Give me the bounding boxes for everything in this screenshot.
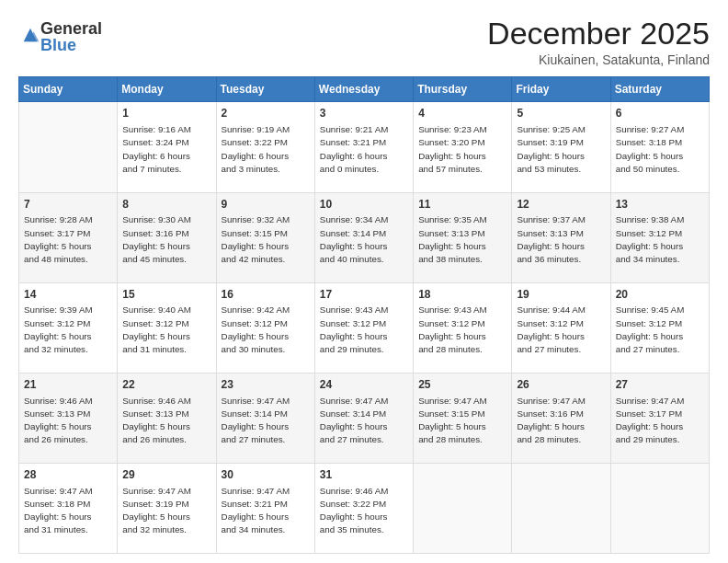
table-row: 7Sunrise: 9:28 AMSunset: 3:17 PMDaylight…	[19, 192, 118, 282]
day-number: 9	[222, 197, 310, 213]
day-info: Sunrise: 9:47 AMSunset: 3:19 PMDaylight:…	[122, 485, 210, 537]
table-row: 23Sunrise: 9:47 AMSunset: 3:14 PMDayligh…	[216, 373, 314, 463]
day-info: Sunrise: 9:47 AMSunset: 3:14 PMDaylight:…	[320, 395, 408, 447]
day-info: Sunrise: 9:25 AMSunset: 3:19 PMDaylight:…	[517, 123, 605, 176]
table-row: 16Sunrise: 9:42 AMSunset: 3:12 PMDayligh…	[216, 282, 314, 373]
day-number: 3	[320, 106, 408, 121]
day-number: 19	[517, 287, 605, 303]
day-info: Sunrise: 9:34 AMSunset: 3:14 PMDaylight:…	[320, 213, 408, 266]
table-row: 22Sunrise: 9:46 AMSunset: 3:13 PMDayligh…	[118, 373, 216, 463]
table-row: 18Sunrise: 9:43 AMSunset: 3:12 PMDayligh…	[414, 282, 512, 373]
day-info: Sunrise: 9:46 AMSunset: 3:13 PMDaylight:…	[122, 395, 210, 447]
table-row: 6Sunrise: 9:27 AMSunset: 3:18 PMDaylight…	[610, 102, 709, 192]
table-row	[414, 463, 512, 553]
day-number: 25	[418, 377, 506, 393]
logo-general-text: General	[40, 20, 102, 37]
table-row: 28Sunrise: 9:47 AMSunset: 3:18 PMDayligh…	[19, 463, 118, 553]
logo: General Blue	[18, 20, 102, 53]
day-info: Sunrise: 9:46 AMSunset: 3:22 PMDaylight:…	[320, 485, 408, 537]
calendar-header-row: Sunday Monday Tuesday Wednesday Thursday…	[19, 77, 710, 102]
table-row: 25Sunrise: 9:47 AMSunset: 3:15 PMDayligh…	[414, 373, 512, 463]
day-number: 4	[418, 106, 506, 121]
table-row: 4Sunrise: 9:23 AMSunset: 3:20 PMDaylight…	[414, 102, 512, 192]
header-thursday: Thursday	[414, 77, 512, 102]
day-info: Sunrise: 9:47 AMSunset: 3:15 PMDaylight:…	[418, 395, 506, 447]
day-number: 22	[122, 377, 210, 393]
day-info: Sunrise: 9:40 AMSunset: 3:12 PMDaylight:…	[122, 304, 210, 356]
table-row: 21Sunrise: 9:46 AMSunset: 3:13 PMDayligh…	[19, 373, 118, 463]
table-row: 19Sunrise: 9:44 AMSunset: 3:12 PMDayligh…	[512, 282, 610, 373]
day-info: Sunrise: 9:39 AMSunset: 3:12 PMDaylight:…	[24, 304, 112, 356]
day-number: 31	[320, 467, 408, 483]
day-number: 18	[418, 287, 506, 303]
table-row: 17Sunrise: 9:43 AMSunset: 3:12 PMDayligh…	[314, 282, 413, 373]
day-number: 17	[320, 287, 408, 303]
table-row	[19, 102, 118, 192]
calendar-week-row: 7Sunrise: 9:28 AMSunset: 3:17 PMDaylight…	[19, 192, 710, 282]
location: Kiukainen, Satakunta, Finland	[487, 52, 710, 67]
day-info: Sunrise: 9:32 AMSunset: 3:15 PMDaylight:…	[222, 213, 310, 266]
day-number: 24	[320, 377, 408, 393]
day-number: 13	[616, 197, 704, 213]
day-number: 16	[222, 287, 310, 303]
table-row	[512, 463, 610, 553]
table-row: 8Sunrise: 9:30 AMSunset: 3:16 PMDaylight…	[118, 192, 216, 282]
day-number: 10	[320, 197, 408, 213]
table-row	[610, 463, 709, 553]
logo-blue-text: Blue	[40, 37, 102, 53]
day-number: 8	[122, 197, 210, 213]
month-title: December 2025	[487, 17, 710, 51]
table-row: 12Sunrise: 9:37 AMSunset: 3:13 PMDayligh…	[512, 192, 610, 282]
header-wednesday: Wednesday	[314, 77, 413, 102]
day-info: Sunrise: 9:42 AMSunset: 3:12 PMDaylight:…	[222, 304, 310, 356]
day-number: 23	[222, 377, 310, 393]
day-number: 12	[517, 197, 605, 213]
table-row: 30Sunrise: 9:47 AMSunset: 3:21 PMDayligh…	[216, 463, 314, 553]
day-number: 20	[616, 287, 704, 303]
day-number: 30	[222, 467, 310, 483]
table-row: 26Sunrise: 9:47 AMSunset: 3:16 PMDayligh…	[512, 373, 610, 463]
table-row: 29Sunrise: 9:47 AMSunset: 3:19 PMDayligh…	[118, 463, 216, 553]
day-number: 28	[24, 467, 112, 483]
header-monday: Monday	[118, 77, 216, 102]
day-info: Sunrise: 9:30 AMSunset: 3:16 PMDaylight:…	[122, 213, 210, 266]
header-saturday: Saturday	[610, 77, 709, 102]
day-info: Sunrise: 9:38 AMSunset: 3:12 PMDaylight:…	[616, 213, 704, 266]
day-info: Sunrise: 9:47 AMSunset: 3:16 PMDaylight:…	[517, 395, 605, 447]
day-info: Sunrise: 9:23 AMSunset: 3:20 PMDaylight:…	[418, 123, 506, 176]
day-info: Sunrise: 9:21 AMSunset: 3:21 PMDaylight:…	[320, 123, 408, 176]
day-number: 5	[517, 106, 605, 121]
table-row: 9Sunrise: 9:32 AMSunset: 3:15 PMDaylight…	[216, 192, 314, 282]
table-row: 13Sunrise: 9:38 AMSunset: 3:12 PMDayligh…	[610, 192, 709, 282]
logo-text: General Blue	[40, 20, 102, 53]
day-info: Sunrise: 9:47 AMSunset: 3:14 PMDaylight:…	[222, 395, 310, 447]
table-row: 5Sunrise: 9:25 AMSunset: 3:19 PMDaylight…	[512, 102, 610, 192]
day-number: 2	[222, 106, 310, 121]
table-row: 3Sunrise: 9:21 AMSunset: 3:21 PMDaylight…	[314, 102, 413, 192]
day-info: Sunrise: 9:47 AMSunset: 3:17 PMDaylight:…	[616, 395, 704, 447]
day-number: 11	[418, 197, 506, 213]
day-number: 29	[122, 467, 210, 483]
table-row: 1Sunrise: 9:16 AMSunset: 3:24 PMDaylight…	[118, 102, 216, 192]
table-row: 2Sunrise: 9:19 AMSunset: 3:22 PMDaylight…	[216, 102, 314, 192]
calendar-week-row: 28Sunrise: 9:47 AMSunset: 3:18 PMDayligh…	[19, 463, 710, 553]
table-row: 24Sunrise: 9:47 AMSunset: 3:14 PMDayligh…	[314, 373, 413, 463]
day-number: 15	[122, 287, 210, 303]
table-row: 27Sunrise: 9:47 AMSunset: 3:17 PMDayligh…	[610, 373, 709, 463]
day-info: Sunrise: 9:47 AMSunset: 3:18 PMDaylight:…	[24, 485, 112, 537]
page: General Blue December 2025 Kiukainen, Sa…	[0, 0, 728, 563]
calendar-week-row: 14Sunrise: 9:39 AMSunset: 3:12 PMDayligh…	[19, 282, 710, 373]
day-info: Sunrise: 9:35 AMSunset: 3:13 PMDaylight:…	[418, 213, 506, 266]
header: General Blue December 2025 Kiukainen, Sa…	[18, 17, 710, 67]
header-sunday: Sunday	[19, 77, 118, 102]
title-section: December 2025 Kiukainen, Satakunta, Finl…	[487, 17, 710, 67]
day-info: Sunrise: 9:43 AMSunset: 3:12 PMDaylight:…	[418, 304, 506, 356]
table-row: 11Sunrise: 9:35 AMSunset: 3:13 PMDayligh…	[414, 192, 512, 282]
logo-icon	[20, 25, 40, 45]
table-row: 14Sunrise: 9:39 AMSunset: 3:12 PMDayligh…	[19, 282, 118, 373]
table-row: 31Sunrise: 9:46 AMSunset: 3:22 PMDayligh…	[314, 463, 413, 553]
day-info: Sunrise: 9:37 AMSunset: 3:13 PMDaylight:…	[517, 213, 605, 266]
day-info: Sunrise: 9:28 AMSunset: 3:17 PMDaylight:…	[24, 213, 112, 266]
day-number: 1	[122, 106, 210, 121]
day-number: 7	[24, 197, 112, 213]
